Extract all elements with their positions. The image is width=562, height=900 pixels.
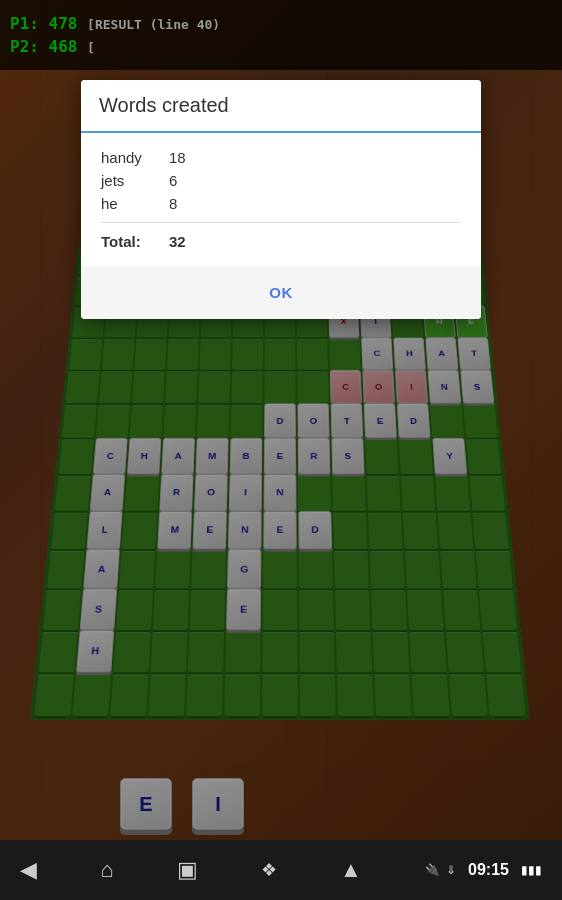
total-row: Total: 32: [101, 233, 461, 250]
status-icons: 🔌 ⇓: [425, 863, 456, 877]
word-jets-score: 6: [169, 172, 177, 189]
modal-body: handy 18 jets 6 he 8 Total: 32: [81, 133, 481, 266]
up-icon[interactable]: ▲: [340, 857, 362, 883]
word-he-label: he: [101, 195, 161, 212]
modal-title-bar: Words created: [81, 80, 481, 133]
words-created-modal: Words created handy 18 jets 6 he 8 Total…: [81, 80, 481, 319]
word-handy-score: 18: [169, 149, 186, 166]
ok-button[interactable]: OK: [253, 278, 309, 307]
word-he-score: 8: [169, 195, 177, 212]
modal-overlay: Words created handy 18 jets 6 he 8 Total…: [0, 0, 562, 840]
nav-right-area: 🔌 ⇓ 09:15 ▮▮▮: [425, 861, 542, 879]
total-label: Total:: [101, 233, 161, 250]
download-icon: ⇓: [446, 863, 456, 877]
modal-divider: [101, 222, 461, 223]
navigation-bar: ◀ ⌂ ▣ ❖ ▲ 🔌 ⇓ 09:15 ▮▮▮: [0, 840, 562, 900]
usb-icon: 🔌: [425, 863, 440, 877]
word-row-handy: handy 18: [101, 149, 461, 166]
word-row-he: he 8: [101, 195, 461, 212]
modal-footer: OK: [81, 266, 481, 319]
signal-icon: ▮▮▮: [521, 863, 542, 877]
word-row-jets: jets 6: [101, 172, 461, 189]
back-icon[interactable]: ◀: [20, 857, 37, 883]
total-score: 32: [169, 233, 186, 250]
modal-title: Words created: [99, 94, 463, 117]
recents-icon[interactable]: ▣: [177, 857, 198, 883]
clock-display: 09:15: [468, 861, 509, 879]
word-jets-label: jets: [101, 172, 161, 189]
home-icon[interactable]: ⌂: [100, 857, 113, 883]
qr-icon[interactable]: ❖: [261, 859, 277, 881]
word-handy-label: handy: [101, 149, 161, 166]
